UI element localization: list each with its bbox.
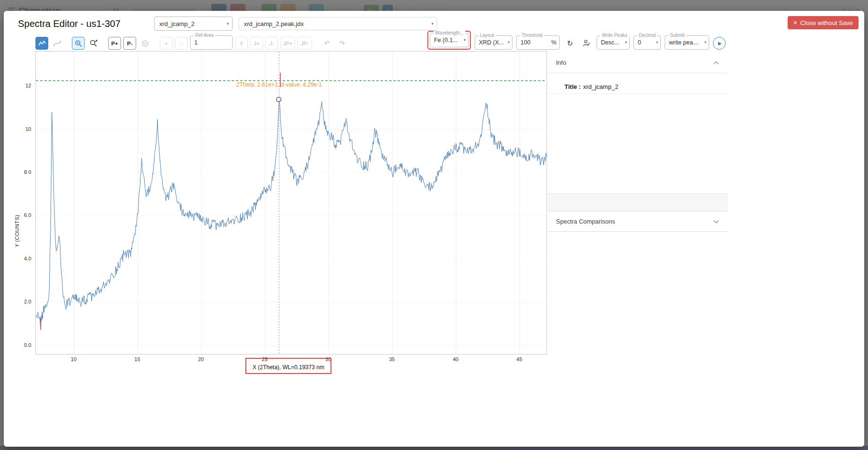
threshold-input[interactable]: Threshold 100 % bbox=[516, 35, 560, 50]
j-plus-button[interactable]: J+ bbox=[250, 37, 263, 50]
write-peaks-select[interactable]: Write Peaks Desc... ▾ bbox=[597, 35, 630, 50]
line-chart-icon bbox=[38, 40, 46, 47]
predict-button[interactable] bbox=[580, 37, 593, 50]
spline-mode-button[interactable] bbox=[51, 37, 63, 50]
zoom-in-icon bbox=[75, 40, 82, 47]
x-tick-label: 10 bbox=[67, 356, 81, 362]
toolbar-right: Wavelength... Fe (0.1... ▾ Layout XRD (X… bbox=[427, 31, 726, 50]
play-icon: ▶ bbox=[718, 41, 722, 46]
y-tick-label: 10 bbox=[16, 126, 31, 132]
info-panel-body: Title : xrd_jcamp_2 bbox=[547, 73, 728, 194]
refresh-button[interactable]: ↻ bbox=[564, 37, 576, 50]
y-tick-label: 8.0 bbox=[16, 169, 31, 175]
x-tick-label: 35 bbox=[385, 356, 399, 362]
spectrum-title-row: Title : xrd_jcamp_2 bbox=[547, 80, 728, 94]
layout-label: Layout bbox=[478, 33, 495, 38]
chevron-down-icon bbox=[713, 220, 719, 224]
layout-select[interactable]: Layout XRD (X... ▾ bbox=[475, 35, 512, 50]
zoom-in-button[interactable] bbox=[72, 37, 85, 50]
spectra-comparisons-header[interactable]: Spectra Comparisons bbox=[547, 211, 728, 232]
modal-title: Spectra Editor - us1-307 bbox=[18, 18, 121, 29]
jp-minus-button[interactable]: JP- bbox=[297, 37, 312, 50]
screen: ☰ Chemotion All IUPAC InChI SMILES RInC … bbox=[0, 0, 868, 450]
spectra-comparisons-title: Spectra Comparisons bbox=[556, 218, 615, 225]
spectra-editor-modal: Spectra Editor - us1-307 xrd_jcamp_2 ▾ x… bbox=[4, 11, 864, 447]
undo-button[interactable]: ↶ bbox=[321, 37, 333, 50]
threshold-unit: % bbox=[551, 39, 556, 46]
spectrum-title-label: Title : bbox=[564, 83, 581, 90]
layout-value: XRD (X... bbox=[479, 39, 504, 46]
toolbar: P+ P- + - Ref Area 1 X J+ J- JP+ JP- ↶ bbox=[35, 32, 726, 50]
dataset-select-value: xrd_jcamp_2 bbox=[159, 20, 194, 27]
zoom-reset-button[interactable] bbox=[87, 37, 100, 50]
dataset-select[interactable]: xrd_jcamp_2 ▾ bbox=[154, 17, 233, 31]
person-check-icon bbox=[582, 39, 590, 47]
j-minus-button[interactable]: J- bbox=[265, 37, 278, 50]
increase-button[interactable]: + bbox=[160, 37, 173, 50]
x-tick-label: 40 bbox=[449, 356, 463, 362]
info-panel-header[interactable]: Info bbox=[547, 52, 728, 73]
x-axis-title: X (2Theta), WL=0.19373 nm bbox=[252, 364, 324, 371]
spectrum-svg bbox=[36, 52, 547, 354]
close-button-label: Close without Save bbox=[800, 19, 853, 26]
ref-area-field[interactable]: Ref Area 1 bbox=[190, 35, 233, 50]
submit-play-button[interactable]: ▶ bbox=[713, 37, 726, 50]
file-select[interactable]: xrd_jcamp_2.peak.jdx ▾ bbox=[239, 17, 437, 30]
x-tick-label: 20 bbox=[194, 356, 208, 362]
chevron-up-icon bbox=[713, 61, 719, 65]
spline-icon bbox=[53, 40, 61, 47]
wavelength-value: Fe (0.1... bbox=[434, 37, 458, 43]
zoom-reset-icon bbox=[89, 39, 97, 47]
y-tick-label: 12 bbox=[16, 83, 31, 88]
chevron-down-icon: ▾ bbox=[226, 21, 229, 26]
chevron-down-icon: ▾ bbox=[656, 40, 658, 44]
x-tick-label: 15 bbox=[130, 356, 144, 362]
threshold-value: 100 bbox=[521, 39, 530, 46]
submit-value: write peak ... bbox=[669, 39, 701, 46]
decrease-button[interactable]: - bbox=[175, 37, 188, 50]
sidebar-gap bbox=[547, 194, 728, 211]
line-mode-button[interactable] bbox=[35, 37, 48, 50]
x-tick-label: 45 bbox=[512, 356, 526, 362]
close-icon: ✕ bbox=[793, 20, 798, 26]
spectrum-title-value: xrd_jcamp_2 bbox=[583, 83, 618, 90]
x-mode-button[interactable]: X bbox=[235, 37, 248, 50]
redo-button[interactable]: ↷ bbox=[336, 37, 348, 50]
wavelength-select[interactable]: Wavelength... Fe (0.1... ▾ bbox=[430, 33, 469, 47]
y-tick-label: 0.0 bbox=[16, 342, 31, 348]
decimal-value: 0 bbox=[638, 39, 641, 46]
y-tick-label: 6.0 bbox=[16, 212, 31, 218]
jp-plus-button[interactable]: JP+ bbox=[280, 37, 295, 50]
info-panel-title: Info bbox=[556, 59, 566, 66]
target-icon bbox=[141, 40, 149, 47]
toolbar-left: P+ P- + - Ref Area 1 X J+ J- JP+ JP- ↶ bbox=[35, 35, 348, 50]
submit-label: Submit bbox=[668, 33, 686, 38]
ref-area-value: 1 bbox=[194, 39, 198, 46]
decimal-select[interactable]: Decimal 0 ▾ bbox=[634, 35, 661, 50]
write-peaks-value: Desc... bbox=[601, 39, 619, 46]
chevron-down-icon: ▾ bbox=[704, 40, 706, 44]
threshold-label: Threshold bbox=[520, 33, 544, 38]
close-without-save-button[interactable]: ✕ Close without Save bbox=[788, 16, 859, 29]
wavelength-highlight-box: Wavelength... Fe (0.1... ▾ bbox=[427, 31, 471, 50]
x-axis-title-box: X (2Theta), WL=0.19373 nm bbox=[245, 358, 331, 374]
spectrum-chart[interactable]: 2Theta: 2.61e+1, d-value: 4.29e-1 bbox=[35, 51, 547, 355]
chevron-down-icon: ▾ bbox=[625, 40, 627, 44]
anchor-point-button[interactable] bbox=[139, 37, 151, 50]
write-peaks-label: Write Peaks bbox=[600, 33, 629, 38]
y-tick-label: 4.0 bbox=[16, 256, 31, 261]
ref-area-label: Ref Area bbox=[194, 33, 215, 38]
peak-remove-button[interactable]: P- bbox=[123, 37, 136, 50]
chevron-down-icon: ▾ bbox=[508, 40, 510, 44]
wavelength-label: Wavelength... bbox=[434, 30, 465, 36]
file-select-value: xrd_jcamp_2.peak.jdx bbox=[244, 20, 304, 27]
sidebar: Info Title : xrd_jcamp_2 Spectra Compari… bbox=[547, 52, 728, 232]
decimal-label: Decimal bbox=[637, 33, 657, 38]
chevron-down-icon: ▾ bbox=[431, 21, 434, 26]
y-axis-ticks: 0.02.04.06.08.01012 bbox=[16, 51, 33, 355]
submit-select[interactable]: Submit write peak ... ▾ bbox=[665, 35, 709, 50]
y-tick-label: 2.0 bbox=[16, 299, 31, 304]
chevron-down-icon: ▾ bbox=[464, 38, 466, 42]
peak-add-button[interactable]: P+ bbox=[108, 37, 121, 50]
